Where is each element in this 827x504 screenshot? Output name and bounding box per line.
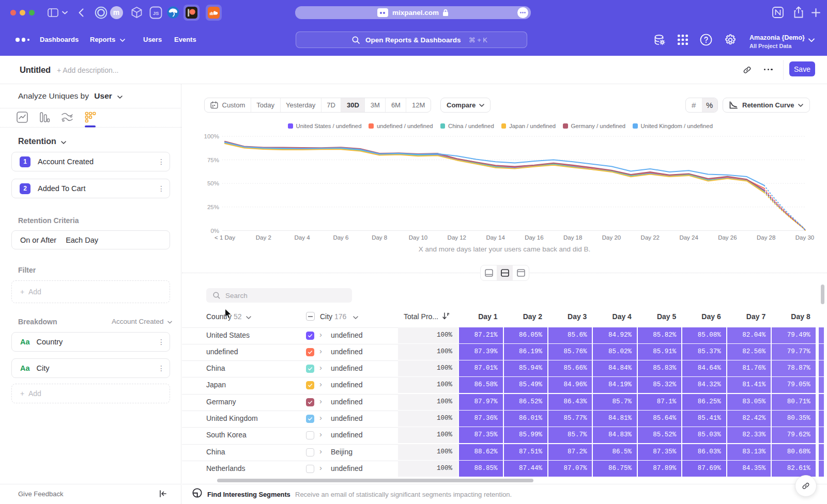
svg-text:< 1 Day: < 1 Day [215, 234, 235, 241]
svg-text:25%: 25% [207, 204, 219, 210]
svg-text:Day 26: Day 26 [718, 234, 737, 241]
svg-text:JS: JS [152, 10, 159, 15]
svg-text:Day 24: Day 24 [679, 234, 698, 241]
svg-text:Day 16: Day 16 [525, 234, 543, 241]
svg-text:Day 22: Day 22 [641, 234, 660, 241]
svg-text:75%: 75% [207, 157, 219, 163]
svg-text:Day 2: Day 2 [256, 234, 271, 241]
svg-text:Day 8: Day 8 [372, 234, 387, 241]
svg-text:Day 4: Day 4 [295, 234, 311, 241]
svg-text:Day 10: Day 10 [409, 234, 427, 241]
svg-text:50%: 50% [207, 180, 219, 186]
svg-text:100%: 100% [204, 133, 219, 139]
svg-text:Day 18: Day 18 [563, 234, 582, 241]
svg-text:Day 12: Day 12 [448, 234, 466, 241]
svg-text:Day 20: Day 20 [602, 234, 621, 241]
svg-text:Day 6: Day 6 [333, 234, 348, 241]
svg-text:Day 30: Day 30 [795, 234, 814, 241]
svg-text:Day 28: Day 28 [757, 234, 775, 241]
svg-text:0%: 0% [210, 228, 219, 234]
svg-text:Day 14: Day 14 [486, 234, 505, 241]
